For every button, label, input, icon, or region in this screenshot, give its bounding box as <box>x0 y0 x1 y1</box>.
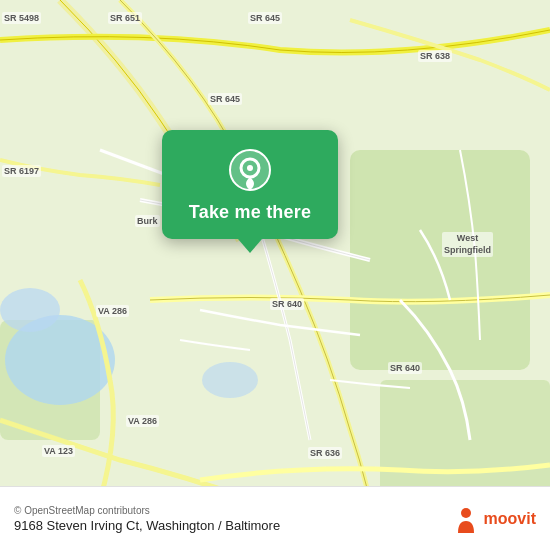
label-sr645-top: SR 645 <box>248 12 282 24</box>
popup-card[interactable]: Take me there <box>162 130 338 239</box>
moovit-icon <box>452 505 480 533</box>
label-sr6197: SR 6197 <box>2 165 41 177</box>
moovit-logo: moovit <box>452 505 536 533</box>
label-sr651: SR 651 <box>108 12 142 24</box>
svg-point-8 <box>247 165 253 171</box>
copyright-text: © OpenStreetMap contributors <box>14 505 280 516</box>
label-sr638: SR 638 <box>418 50 452 62</box>
map-container: SR 5498 SR 651 SR 645 SR 638 SR 645 SR 6… <box>0 0 550 550</box>
label-west-springfield: WestSpringfield <box>442 232 493 257</box>
moovit-brand-name: moovit <box>484 510 536 528</box>
label-burk: Burk <box>135 215 160 227</box>
label-va123: VA 123 <box>42 445 75 457</box>
label-sr5498: SR 5498 <box>2 12 41 24</box>
svg-point-5 <box>202 362 258 398</box>
take-me-there-button[interactable]: Take me there <box>189 202 311 223</box>
label-sr640-left: SR 640 <box>270 298 304 310</box>
label-sr636: SR 636 <box>308 447 342 459</box>
address-text: 9168 Steven Irving Ct, Washington / Balt… <box>14 518 280 533</box>
svg-rect-0 <box>350 150 530 370</box>
label-va286-bot: VA 286 <box>126 415 159 427</box>
map-svg <box>0 0 550 550</box>
bottom-bar: © OpenStreetMap contributors 9168 Steven… <box>0 486 550 550</box>
svg-point-4 <box>0 288 60 332</box>
map-pin-icon <box>228 148 272 192</box>
label-sr640-right: SR 640 <box>388 362 422 374</box>
svg-point-10 <box>461 508 471 518</box>
label-sr645-mid: SR 645 <box>208 93 242 105</box>
label-va286-top: VA 286 <box>96 305 129 317</box>
